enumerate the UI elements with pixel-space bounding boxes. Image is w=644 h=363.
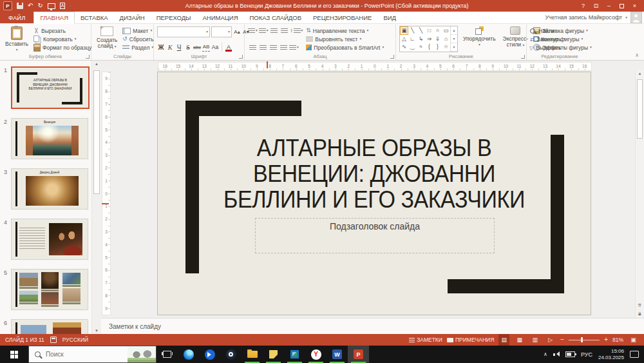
columns-button[interactable]: ▾ <box>289 43 299 52</box>
tab-insert[interactable]: ВСТАВКА <box>75 12 114 23</box>
help-button[interactable]: ? <box>577 1 589 11</box>
shape-pentagon-icon[interactable]: ⌂ <box>442 35 450 43</box>
shape-elbow-arrow-icon[interactable]: ↳ <box>417 35 425 43</box>
increase-indent-button[interactable] <box>280 26 289 35</box>
justify-button[interactable] <box>279 43 288 52</box>
thumbnail-preview[interactable] <box>11 269 88 310</box>
slide-thumbnail-1[interactable]: 1 АЛТАРНЫЕ ОБРАЗЫ В ВЕНЕЦИИ: ДЖОВАННИ БЕ… <box>0 66 91 109</box>
spellcheck-icon[interactable] <box>50 337 57 343</box>
scrollbar-thumb[interactable] <box>93 70 100 194</box>
shape-right-brace-icon[interactable]: } <box>433 43 442 51</box>
scroll-up-icon[interactable]: ▲ <box>451 26 457 35</box>
text-direction-button[interactable]: ⇅ Направление текста ▾ <box>306 26 384 35</box>
align-text-button[interactable]: Выровнять текст ▾ <box>306 35 384 43</box>
taskbar-sticky-notes[interactable] <box>263 346 284 363</box>
align-center-button[interactable] <box>258 43 267 52</box>
customize-qat-icon[interactable]: ▾ <box>70 5 71 8</box>
slide-thumbnail-2[interactable]: 2 Венеция <box>0 118 91 159</box>
tab-animations[interactable]: АНИМАЦИЯ <box>197 12 244 23</box>
search-highlight-image[interactable] <box>128 346 156 362</box>
slideshow-view-button[interactable]: ▷ <box>545 334 556 346</box>
restore-button[interactable] <box>616 1 628 11</box>
taskbar-movies[interactable] <box>199 346 220 363</box>
align-left-button[interactable] <box>248 43 257 52</box>
change-case-button[interactable]: Аа <box>211 43 219 52</box>
show-hidden-icons-button[interactable]: ∧ <box>544 351 547 357</box>
vertical-scrollbar[interactable]: ▲ ▼ <box>635 70 644 318</box>
thumbnail-preview[interactable]: Дворец Дожей <box>11 168 88 210</box>
replace-button[interactable]: ⇄ Заменить ▾ <box>530 35 565 43</box>
zoom-slider-knob[interactable] <box>581 337 583 342</box>
font-name-combobox[interactable]: ▾ <box>157 26 210 37</box>
slide-thumbnail-4[interactable]: 4 <box>0 219 91 260</box>
taskbar-steam[interactable] <box>220 346 242 363</box>
tab-design[interactable]: ДИЗАЙН <box>114 12 151 23</box>
volume-icon[interactable] <box>553 351 560 357</box>
convert-smartart-button[interactable]: Преобразовать в SmartArt ▾ <box>306 43 384 52</box>
comments-toggle-button[interactable]: ПРИМЕЧАНИЯ <box>447 337 494 343</box>
new-slide-button[interactable]: Создатьслайд ▾ <box>95 26 119 52</box>
tab-view[interactable]: ВИД <box>377 12 402 23</box>
format-painter-button[interactable]: Формат по образцу <box>33 43 91 52</box>
slide-thumbnail-5[interactable]: 5 <box>0 269 91 310</box>
shape-left-brace-icon[interactable]: { <box>425 43 433 51</box>
line-spacing-button[interactable]: ↕▾ <box>290 26 303 35</box>
scroll-up-icon[interactable]: ▲ <box>92 62 101 66</box>
numbering-button[interactable]: ▾ <box>259 26 269 35</box>
shape-ellipse-icon[interactable]: ○ <box>433 26 442 35</box>
shapes-gallery[interactable]: ▣ ╲ ╲ □ ○ ▭ △ ∟ ↳ ⇒ ⇓ ⌂ ∿ ‿ ≈ { } <box>399 26 458 52</box>
notes-pane[interactable]: Заметки к слайду <box>101 318 644 334</box>
ribbon-display-options-button[interactable]: ⊡ <box>590 1 602 11</box>
slide-title-placeholder[interactable]: АЛТАРНЫЕ ОБРАЗЫ В ВЕНЕЦИИ: ДЖОВАННИ БЕЛЛ… <box>196 135 552 213</box>
zoom-out-button[interactable]: − <box>560 337 564 343</box>
shape-select-icon[interactable]: ▣ <box>400 26 408 35</box>
clock[interactable]: 15:06 24.03.2025 <box>598 348 624 360</box>
italic-button[interactable]: К <box>166 43 174 52</box>
dialog-launcher-icon[interactable] <box>86 55 90 59</box>
slide-sorter-view-button[interactable]: ▦ <box>514 334 525 346</box>
character-spacing-button[interactable]: АВ <box>202 43 210 52</box>
text-shadow-button[interactable]: abc <box>193 43 201 52</box>
section-button[interactable]: Раздел ▾ <box>122 43 153 52</box>
shapes-gallery-scroll[interactable]: ▲ ▼ ▼ <box>450 26 457 52</box>
shape-arrow-icon[interactable]: ╲ <box>417 26 425 35</box>
shape-rectangle-icon[interactable]: □ <box>425 26 433 35</box>
gallery-more-icon[interactable]: ▼ <box>451 43 457 52</box>
shape-star-icon[interactable]: ☆ <box>442 43 450 51</box>
bullets-button[interactable]: ▾ <box>248 26 258 35</box>
find-button[interactable]: Найти <box>530 26 565 35</box>
zoom-slider[interactable] <box>569 340 600 340</box>
panel-scrollbar[interactable]: ▲ ▼ <box>91 61 101 334</box>
task-view-button[interactable] <box>156 346 178 363</box>
tab-file[interactable]: ФАЙЛ <box>0 12 33 23</box>
reset-button[interactable]: ↺ Сбросить <box>122 35 153 43</box>
account-menu[interactable]: Учетная запись Майкрософт ▾ <box>545 12 644 23</box>
close-button[interactable]: × <box>629 1 641 11</box>
font-color-button[interactable]: А <box>225 43 232 52</box>
dialog-launcher-icon[interactable] <box>239 55 243 59</box>
taskbar-edge[interactable] <box>178 346 199 363</box>
tray-language[interactable]: РУС <box>581 351 592 358</box>
taskbar-word[interactable]: W <box>327 346 348 363</box>
shape-right-angle-icon[interactable]: ∟ <box>408 35 417 43</box>
scroll-down-icon[interactable]: ▼ <box>451 35 457 43</box>
zoom-in-button[interactable]: + <box>604 337 608 343</box>
reading-view-button[interactable]: ▥ <box>529 334 540 346</box>
shape-triangle-icon[interactable]: △ <box>400 35 408 43</box>
normal-view-button[interactable]: ▤ <box>498 334 509 346</box>
slide-thumbnail-3[interactable]: 3 Дворец Дожей <box>0 168 91 210</box>
slide-canvas[interactable]: АЛТАРНЫЕ ОБРАЗЫ В ВЕНЕЦИИ: ДЖОВАННИ БЕЛЛ… <box>157 72 591 315</box>
layout-button[interactable]: Макет ▾ <box>122 26 153 35</box>
dialog-launcher-icon[interactable] <box>521 55 525 59</box>
taskbar-powerpoint[interactable]: P <box>348 346 369 363</box>
tab-slideshow[interactable]: ПОКАЗ СЛАЙДОВ <box>244 12 307 23</box>
taskbar-photos[interactable] <box>284 346 305 363</box>
taskbar-yandex[interactable]: Y <box>305 346 327 363</box>
cut-button[interactable]: Вырезать <box>33 26 91 35</box>
avatar[interactable] <box>630 12 642 23</box>
start-slideshow-icon[interactable] <box>48 3 55 9</box>
paste-button[interactable]: Вставить ▾ <box>3 26 30 52</box>
select-button[interactable]: ▷ Выделить ▾ <box>530 43 565 52</box>
thumbnail-preview[interactable]: Венеция <box>11 118 88 159</box>
taskbar-file-explorer[interactable] <box>242 346 263 363</box>
